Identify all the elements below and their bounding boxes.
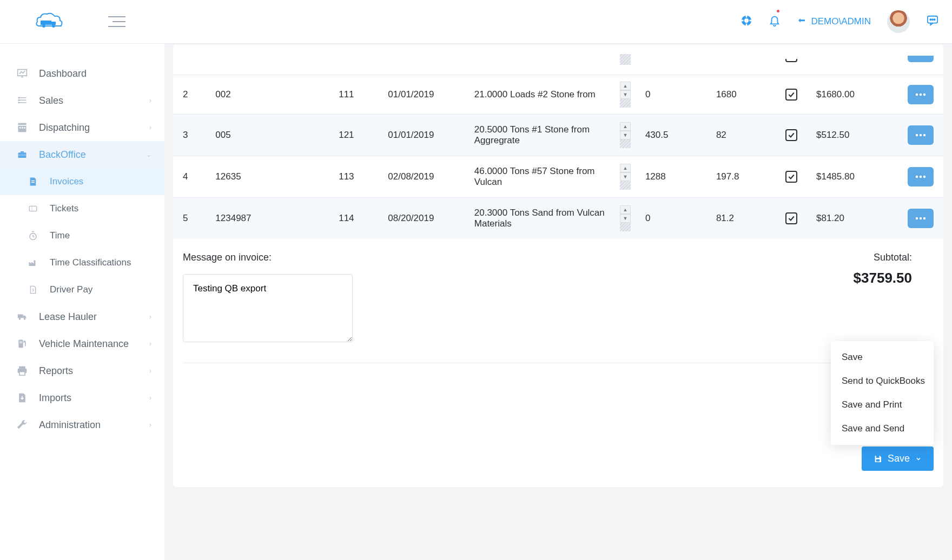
svg-point-18 <box>18 97 20 98</box>
dashboard-icon <box>15 68 29 79</box>
spinner[interactable] <box>620 54 631 65</box>
message-textarea[interactable] <box>183 274 353 342</box>
user-link[interactable]: DEMO\ADMIN <box>797 16 871 27</box>
chevron-right-icon: › <box>149 313 151 321</box>
sidebar-item-label: Administration <box>39 419 101 431</box>
svg-point-20 <box>18 102 20 103</box>
sidebar-subitem-time-classifications[interactable]: Time Classifications <box>0 249 164 276</box>
cell-number: 12635 <box>210 156 333 198</box>
cell-index: 5 <box>173 198 210 239</box>
dispatching-icon <box>15 122 29 134</box>
sidebar-item-reports[interactable]: Reports › <box>0 357 164 384</box>
chevron-down-icon: ⌄ <box>146 151 151 158</box>
spinner-up-icon[interactable]: ▲ <box>620 205 631 214</box>
chevron-right-icon: › <box>149 124 151 131</box>
sidebar-subitem-label: Time Classifications <box>50 257 131 268</box>
cell-value1: 0 <box>640 198 711 239</box>
truck-icon <box>15 311 29 323</box>
svg-point-47 <box>916 176 918 178</box>
sidebar-item-dispatching[interactable]: Dispatching › <box>0 114 164 141</box>
spinner[interactable]: ▲ ▼ <box>620 164 631 190</box>
svg-point-11 <box>930 19 931 20</box>
chat-icon[interactable] <box>926 15 939 29</box>
user-avatar[interactable] <box>887 10 910 33</box>
below-table: Message on invoice: Subtotal: $3759.50 <box>173 239 943 344</box>
checkbox[interactable] <box>785 171 797 183</box>
spinner[interactable]: ▲ ▼ <box>620 122 631 148</box>
sidebar-item-backoffice[interactable]: BackOffice ⌄ <box>0 141 164 168</box>
import-icon <box>15 392 29 404</box>
svg-rect-29 <box>31 182 35 183</box>
table-row-partial <box>173 44 943 75</box>
help-icon[interactable] <box>741 15 752 29</box>
cell-date: 08/20/2019 <box>382 198 468 239</box>
row-actions-button[interactable] <box>908 209 934 228</box>
save-menu-item-save-print[interactable]: Save and Print <box>831 393 934 417</box>
spinner-grip-icon[interactable] <box>620 139 631 148</box>
sidebar-item-dashboard[interactable]: Dashboard <box>0 60 164 87</box>
cell-code: 111 <box>333 75 382 115</box>
svg-rect-9 <box>750 20 752 22</box>
checkbox[interactable] <box>785 89 797 101</box>
svg-rect-7 <box>746 24 748 26</box>
notifications-bell-icon[interactable] <box>769 14 781 29</box>
spinner-down-icon[interactable]: ▼ <box>620 131 631 139</box>
row-actions-button[interactable] <box>908 167 934 186</box>
row-actions-button[interactable] <box>908 85 934 104</box>
spinner-grip-icon[interactable] <box>620 181 631 190</box>
cell-value2: 197.8 <box>711 156 772 198</box>
sidebar-item-vehicle-maintenance[interactable]: Vehicle Maintenance › <box>0 330 164 357</box>
spinner[interactable]: ▲ ▼ <box>620 82 631 108</box>
sidebar-item-sales[interactable]: Sales › <box>0 87 164 114</box>
spinner-grip-icon[interactable] <box>620 99 631 108</box>
svg-rect-28 <box>31 181 35 182</box>
sidebar-subitem-tickets[interactable]: Tickets <box>0 195 164 222</box>
row-actions-button[interactable] <box>908 56 934 62</box>
cell-description: 20.3000 Tons Sand from Vulcan Materials <box>469 198 620 239</box>
app-logo[interactable] <box>32 11 65 32</box>
cell-code: 113 <box>333 156 382 198</box>
save-button[interactable]: Save <box>862 446 934 471</box>
svg-rect-37 <box>19 341 22 343</box>
svg-point-12 <box>932 19 933 20</box>
cell-description: 21.0000 Loads #2 Stone from <box>469 75 620 115</box>
divider <box>183 363 934 363</box>
sidebar-subitem-label: Invoices <box>50 176 83 187</box>
spinner-down-icon[interactable]: ▼ <box>620 90 631 99</box>
save-menu-item-send-quickbooks[interactable]: Send to QuickBooks <box>831 369 934 393</box>
sidebar-item-imports[interactable]: Imports › <box>0 384 164 411</box>
spinner-up-icon[interactable]: ▲ <box>620 82 631 90</box>
cell-total: $81.20 <box>811 198 885 239</box>
fuel-icon <box>15 338 29 350</box>
svg-point-42 <box>920 94 922 96</box>
sidebar-subitem-invoices[interactable]: Invoices <box>0 168 164 195</box>
row-actions-button[interactable] <box>908 125 934 145</box>
sidebar-subitem-label: Driver Pay <box>50 284 92 295</box>
cell-index: 4 <box>173 156 210 198</box>
checkbox[interactable] <box>785 212 797 224</box>
save-button-label: Save <box>888 453 910 464</box>
sidebar-subitem-time[interactable]: Time <box>0 222 164 249</box>
cell-index: 3 <box>173 115 210 156</box>
cell-value1: 0 <box>640 75 711 115</box>
checkbox[interactable] <box>785 129 797 141</box>
spinner-down-icon[interactable]: ▼ <box>620 172 631 181</box>
subtotal-value: $3759.50 <box>854 270 912 286</box>
save-menu-item-save-send[interactable]: Save and Send <box>831 417 934 441</box>
sidebar-item-lease-hauler[interactable]: Lease Hauler › <box>0 303 164 330</box>
sidebar-subitem-driver-pay[interactable]: $ Driver Pay <box>0 276 164 303</box>
svg-rect-0 <box>41 21 51 25</box>
save-menu-item-save[interactable]: Save <box>831 345 934 369</box>
menu-toggle-icon[interactable] <box>108 16 125 27</box>
topbar-left <box>32 11 125 32</box>
svg-point-45 <box>920 134 922 136</box>
spinner-down-icon[interactable]: ▼ <box>620 214 631 223</box>
svg-rect-30 <box>29 206 36 211</box>
sidebar-item-administration[interactable]: Administration › <box>0 411 164 438</box>
spinner-grip-icon[interactable] <box>620 223 631 231</box>
svg-rect-21 <box>18 123 27 125</box>
spinner-up-icon[interactable]: ▲ <box>620 164 631 172</box>
spinner[interactable]: ▲ ▼ <box>620 205 631 231</box>
spinner-up-icon[interactable]: ▲ <box>620 122 631 131</box>
svg-rect-25 <box>24 127 25 129</box>
